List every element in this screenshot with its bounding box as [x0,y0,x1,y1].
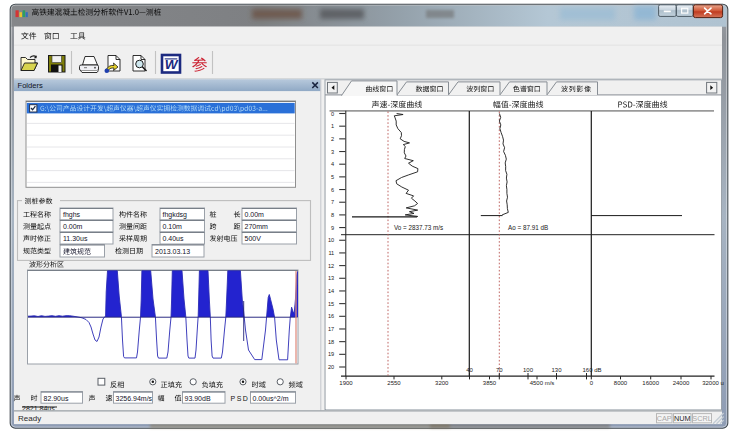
svg-text:3200: 3200 [435,380,449,386]
svg-text:3256.94m/s: 3256.94m/s [116,395,153,402]
svg-text:10: 10 [328,237,334,243]
svg-text:7: 7 [331,199,334,205]
svg-text:Folders: Folders [18,81,44,90]
svg-text:1900: 1900 [339,380,353,386]
svg-text:32000 u: 32000 u [702,380,724,386]
svg-text:270mm: 270mm [245,223,269,230]
svg-text:Vo = 2837.73 m/s: Vo = 2837.73 m/s [394,224,443,231]
svg-text:0.00us^2/m: 0.00us^2/m [253,395,289,402]
svg-text:0: 0 [331,111,334,117]
svg-text:17: 17 [328,326,334,332]
svg-text:5: 5 [331,174,334,180]
svg-text:13: 13 [328,275,334,281]
svg-text:8: 8 [331,212,334,218]
svg-text:18: 18 [328,339,334,345]
svg-text:100: 100 [523,367,534,373]
svg-text:0.40us: 0.40us [163,235,185,242]
svg-text:15: 15 [328,301,334,307]
svg-text:CAP: CAP [657,414,672,423]
svg-text:PSD: PSD [231,395,250,402]
svg-text:14: 14 [328,288,334,294]
svg-text:9: 9 [331,225,334,231]
svg-text:130: 130 [551,367,562,373]
svg-text:500V: 500V [245,235,262,242]
svg-text:2: 2 [331,136,334,142]
svg-text:4: 4 [331,161,334,167]
svg-text:SCRL: SCRL [692,414,711,423]
svg-text:11.30us: 11.30us [63,235,88,242]
svg-text:20: 20 [328,364,334,370]
svg-text:19: 19 [328,351,334,357]
svg-text:12: 12 [328,263,334,269]
svg-text:0.00m: 0.00m [63,223,83,230]
svg-text:70: 70 [496,367,503,373]
svg-text:4500 m/s: 4500 m/s [530,380,555,386]
svg-text:1: 1 [331,123,334,129]
svg-text:93.90dB: 93.90dB [185,395,211,402]
svg-text:Ao = 87.91 dB: Ao = 87.91 dB [508,224,548,231]
svg-text:11: 11 [328,250,334,256]
svg-text:2550: 2550 [387,380,401,386]
svg-text:NUM: NUM [674,414,691,423]
svg-text:3850: 3850 [483,380,497,386]
svg-text:160 dB: 160 dB [582,367,601,373]
svg-text:3: 3 [331,149,334,155]
svg-text:2013.03.13: 2013.03.13 [155,248,190,255]
svg-text:16000: 16000 [642,380,659,386]
svg-text:24000: 24000 [673,380,690,386]
svg-text:82.90us: 82.90us [44,395,69,402]
svg-text:16: 16 [328,313,334,319]
svg-text:0.10m: 0.10m [163,223,183,230]
svg-text:fhghs: fhghs [63,211,81,219]
svg-text:8000: 8000 [614,380,628,386]
svg-text:fhgkdsg: fhgkdsg [163,211,188,219]
svg-text:0.00m: 0.00m [245,211,265,218]
svg-text:40: 40 [466,367,473,373]
svg-text:6: 6 [331,187,334,193]
svg-text:Ready: Ready [18,414,41,423]
